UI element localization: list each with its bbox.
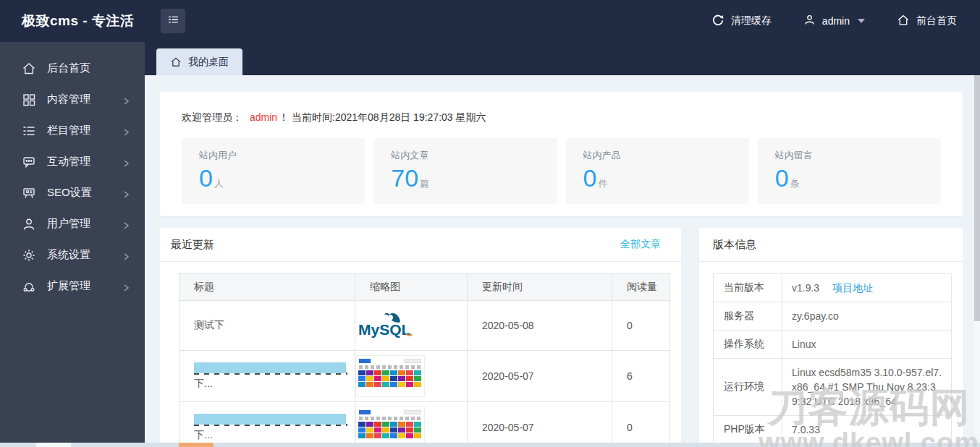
horizontal-scrollbar-track[interactable] [0,443,980,447]
version-info-panel: 版本信息 当前版本 v1.9.3项目地址 服务器 zy.6pay.co [699,228,963,447]
version-info-table: 当前版本 v1.9.3项目地址 服务器 zy.6pay.co 操作系统 Linu… [713,273,952,444]
stat-unit: 条 [790,178,800,189]
stat-unit: 件 [598,178,607,189]
welcome-admin-name: admin [250,111,277,123]
sidebar-item-label: SEO设置 [47,186,92,200]
version-value: zy.6pay.co [782,302,952,331]
main-scroll-area: 欢迎管理员：admin！ 当前时间:2021年08月28日 19:27:03 星… [145,75,980,447]
front-home-button[interactable]: 前台首页 [897,14,957,29]
sidebar-item-content[interactable]: 内容管理 [0,84,145,115]
stat-value: 0 [199,164,213,192]
welcome-message: 欢迎管理员：admin！ 当前时间:2021年08月28日 19:27:03 星… [160,92,963,138]
stat-unit: 人 [214,178,224,189]
stat-value: 0 [775,164,789,192]
article-title: 测试下 [194,319,224,331]
vertical-scrollbar-thumb[interactable] [974,75,980,321]
version-value: 7.0.33 [782,416,952,444]
article-date: 2020-05-07 [482,422,534,433]
version-panel-title: 版本信息 [713,238,756,252]
horizontal-scrollbar-segment [36,443,71,447]
admin-user-menu[interactable]: admin [803,14,865,28]
extension-icon [22,279,36,294]
version-value: Linux ecsd58m35 3.10.0-957.el7.x86_64 #1… [782,359,952,416]
sidebar-toggle-button[interactable] [161,9,185,33]
highlight-bar [194,414,346,425]
sidebar-item-label: 互动管理 [47,155,90,169]
article-views: 0 [627,320,633,331]
clear-cache-button[interactable]: 清理缓存 [711,14,772,29]
stat-value: 0 [583,164,597,192]
col-header-title: 标题 [179,274,355,301]
user-icon [803,14,816,28]
app-logo: 极致cms - 专注活 [0,12,145,30]
table-row[interactable]: 下... 2020-05-07 0 [179,402,670,447]
table-row: 运行环境 Linux ecsd58m35 3.10.0-957.el7.x86_… [714,359,952,416]
sidebar-nav: 后台首页 内容管理 栏目管理 互动管理 SEO设置 用户管理 [0,42,145,447]
redacted-title [194,414,349,427]
article-views: 0 [627,422,633,433]
grid-icon [22,93,36,107]
version-label: PHP版本 [714,416,782,444]
sidebar-item-label: 后台首页 [47,61,90,75]
stat-unit: 篇 [420,178,429,189]
sidebar-item-dashboard[interactable]: 后台首页 [0,53,145,84]
sidebar-item-label: 系统设置 [47,248,90,262]
horizontal-scrollbar-thumb[interactable] [179,443,214,447]
col-header-updated: 更新时间 [468,274,612,301]
tab-bar: 我的桌面 [145,42,980,75]
sidebar-item-label: 内容管理 [47,93,90,106]
stats-row: 站内用户 0人 站内文章 70篇 站内产品 0件 站内留言 0条 [160,138,963,204]
version-label: 当前版本 [714,274,782,302]
tab-my-desktop[interactable]: 我的桌面 [156,48,242,75]
article-views: 6 [627,370,633,382]
seo-icon [22,186,36,200]
chevron-right-icon [122,127,130,135]
username: admin [822,15,850,27]
col-header-thumbnail: 缩略图 [355,274,468,301]
project-url-link[interactable]: 项目地址 [832,282,873,294]
top-header: 极致cms - 专注活 清理缓存 admin 前台首页 [0,0,980,42]
table-row: 服务器 zy.6pay.co [714,302,952,331]
stat-label: 站内留言 [775,149,924,162]
recent-updates-table: 标题 缩略图 更新时间 阅读量 测试下 [179,273,670,447]
mysql-logo: MySQL [355,331,416,343]
sidebar-item-columns[interactable]: 栏目管理 [0,115,145,146]
highlight-bar [194,362,346,373]
recent-updates-panel: 最近更新 全部文章 标题 缩略图 更新时间 阅读量 [160,228,681,447]
clear-cache-label: 清理缓存 [731,14,772,27]
version-label: 服务器 [714,302,782,331]
table-row[interactable]: 下... 2020-05-07 6 [179,351,670,402]
welcome-panel: 欢迎管理员：admin！ 当前时间:2021年08月28日 19:27:03 星… [160,92,963,216]
table-row[interactable]: 测试下 MySQL [179,301,670,351]
stat-card-products: 站内产品 0件 [566,138,749,204]
chevron-right-icon [122,220,130,229]
version-value: Linux [782,331,952,359]
all-articles-link[interactable]: 全部文章 [620,238,661,251]
version-label: 操作系统 [714,331,782,359]
site-screenshot-thumbnail [355,406,425,447]
refresh-icon [711,14,725,29]
chevron-right-icon [122,95,130,104]
chevron-right-icon [122,282,130,291]
sidebar-item-system[interactable]: 系统设置 [0,239,145,271]
table-row: 操作系统 Linux [714,331,952,359]
front-home-label: 前台首页 [916,14,957,27]
version-label: 运行环境 [714,359,782,416]
sidebar-item-label: 用户管理 [47,217,90,231]
stat-card-messages: 站内留言 0条 [758,138,941,204]
vertical-scrollbar-track[interactable] [974,75,980,443]
user-icon [22,217,36,231]
caret-down-icon [858,19,865,23]
sidebar-item-seo[interactable]: SEO设置 [0,177,145,208]
sidebar-item-extensions[interactable]: 扩展管理 [0,271,145,302]
stat-card-articles: 站内文章 70篇 [373,138,557,204]
sidebar-item-users[interactable]: 用户管理 [0,208,145,239]
chevron-right-icon [122,158,130,166]
sidebar-item-interaction[interactable]: 互动管理 [0,146,145,177]
article-date: 2020-05-07 [482,370,534,382]
recent-panel-title: 最近更新 [171,238,214,252]
table-row: 当前版本 v1.9.3项目地址 [714,274,952,302]
redacted-title [194,362,349,375]
home-icon [897,14,910,29]
stat-value: 70 [391,164,418,192]
